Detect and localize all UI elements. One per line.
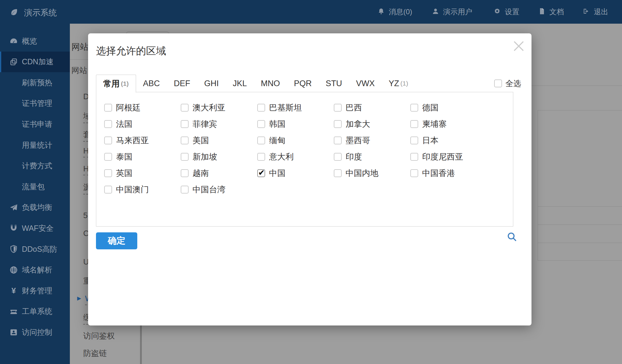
region-checkbox[interactable]	[257, 120, 265, 128]
region-option-中国[interactable]: ✔中国	[257, 165, 334, 181]
select-all[interactable]: 全选	[494, 75, 521, 92]
region-option-印度尼西亚[interactable]: 印度尼西亚	[410, 149, 487, 165]
topbar: 演示系统 消息(0)演示用户设置文档退出	[0, 0, 622, 24]
region-checkbox[interactable]	[410, 104, 418, 112]
sidebar-item-工单系统[interactable]: 工单系统	[0, 301, 70, 322]
region-option-中国香港[interactable]: 中国香港	[410, 165, 487, 181]
topbar-item-1[interactable]: 演示用户	[432, 0, 472, 24]
region-checkbox[interactable]	[181, 120, 189, 128]
region-option-马来西亚[interactable]: 马来西亚	[104, 132, 181, 149]
region-option-中国澳门[interactable]: 中国澳门	[104, 181, 181, 198]
region-checkbox[interactable]	[334, 153, 342, 161]
sidebar-item-刷新预热[interactable]: 刷新预热	[0, 72, 70, 93]
region-option-缅甸[interactable]: 缅甸	[257, 132, 334, 149]
region-option-柬埔寨[interactable]: 柬埔寨	[410, 116, 487, 132]
sidebar-item-负载均衡[interactable]: 负载均衡	[0, 197, 70, 218]
region-checkbox[interactable]: ✔	[257, 169, 265, 177]
tab-YZ[interactable]: YZ(1)	[382, 75, 415, 92]
region-option-德国[interactable]: 德国	[410, 99, 487, 116]
region-option-意大利[interactable]: 意大利	[257, 149, 334, 165]
region-option-印度[interactable]: 印度	[334, 149, 410, 165]
region-label: 泰国	[116, 151, 132, 162]
sidebar-item-计费方式[interactable]: 计费方式	[0, 156, 70, 176]
region-label: 巴西	[346, 102, 362, 113]
region-option-巴西[interactable]: 巴西	[334, 99, 410, 116]
tab-VWX[interactable]: VWX	[349, 75, 382, 92]
region-option-菲律宾[interactable]: 菲律宾	[181, 116, 257, 132]
region-checkbox[interactable]	[104, 120, 112, 128]
region-checkbox[interactable]	[334, 120, 342, 128]
sidebar-item-证书申请[interactable]: 证书申请	[0, 114, 70, 134]
select-all-checkbox[interactable]	[494, 79, 502, 87]
sidebar-item-访问控制[interactable]: 访问控制	[0, 322, 70, 342]
region-checkbox[interactable]	[257, 153, 265, 161]
region-label: 澳大利亚	[193, 102, 225, 113]
tab-label: 常用	[103, 78, 120, 89]
region-option-泰国[interactable]: 泰国	[104, 149, 181, 165]
region-checkbox[interactable]	[181, 104, 189, 112]
region-label: 缅甸	[269, 135, 285, 146]
tab-GHI[interactable]: GHI	[197, 75, 226, 92]
tab-JKL[interactable]: JKL	[226, 75, 254, 92]
region-label: 意大利	[269, 151, 294, 162]
region-checkbox[interactable]	[104, 153, 112, 161]
topbar-item-3[interactable]: 文档	[538, 0, 564, 24]
region-checkbox[interactable]	[334, 169, 342, 177]
sidebar-item-用量统计[interactable]: 用量统计	[0, 135, 70, 155]
region-checkbox[interactable]	[410, 169, 418, 177]
tab-常用[interactable]: 常用(1)	[96, 75, 136, 93]
region-option-巴基斯坦[interactable]: 巴基斯坦	[257, 99, 334, 116]
confirm-button[interactable]: 确定	[96, 232, 137, 249]
region-checkbox[interactable]	[181, 136, 189, 144]
region-checkbox[interactable]	[257, 136, 265, 144]
region-checkbox[interactable]	[410, 136, 418, 144]
sidebar-item-流量包[interactable]: 流量包	[0, 176, 70, 197]
region-checkbox[interactable]	[410, 120, 418, 128]
region-checkbox[interactable]	[104, 136, 112, 144]
topbar-item-4[interactable]: 退出	[583, 0, 608, 24]
region-checkbox[interactable]	[334, 136, 342, 144]
topbar-item-0[interactable]: 消息(0)	[378, 0, 412, 24]
sidebar-item-财务管理[interactable]: ¥财务管理	[0, 280, 70, 301]
region-option-韩国[interactable]: 韩国	[257, 116, 334, 132]
region-option-阿根廷[interactable]: 阿根廷	[104, 99, 181, 116]
sidebar-item-概览[interactable]: 概览	[0, 31, 70, 51]
sidebar-item-DDoS高防[interactable]: DDoS高防	[0, 239, 70, 259]
region-label: 阿根廷	[116, 102, 141, 113]
tab-STU[interactable]: STU	[319, 75, 349, 92]
region-option-日本[interactable]: 日本	[410, 132, 487, 149]
region-option-中国内地[interactable]: 中国内地	[334, 165, 410, 181]
sidebar-item-WAF安全[interactable]: WAF安全	[0, 218, 70, 238]
region-checkbox[interactable]	[104, 104, 112, 112]
tab-MNO[interactable]: MNO	[254, 75, 287, 92]
region-option-澳大利亚[interactable]: 澳大利亚	[181, 99, 257, 116]
search-icon[interactable]	[506, 231, 518, 243]
region-option-新加坡[interactable]: 新加坡	[181, 149, 257, 165]
region-option-中国台湾[interactable]: 中国台湾	[181, 181, 257, 198]
tab-DEF[interactable]: DEF	[167, 75, 197, 92]
region-option-加拿大[interactable]: 加拿大	[334, 116, 410, 132]
region-option-越南[interactable]: 越南	[181, 165, 257, 181]
region-option-法国[interactable]: 法国	[104, 116, 181, 132]
region-checkbox[interactable]	[181, 153, 189, 161]
region-checkbox[interactable]	[334, 104, 342, 112]
tab-ABC[interactable]: ABC	[136, 75, 167, 92]
sidebar-item-CDN加速[interactable]: CDN加速	[0, 52, 70, 72]
region-checkbox[interactable]	[104, 169, 112, 177]
region-option-墨西哥[interactable]: 墨西哥	[334, 132, 410, 149]
region-label: 美国	[193, 135, 209, 146]
topbar-item-label: 文档	[549, 7, 564, 17]
close-icon[interactable]	[511, 38, 527, 54]
region-checkbox[interactable]	[181, 169, 189, 177]
sidebar-item-证书管理[interactable]: 证书管理	[0, 93, 70, 114]
topbar-item-2[interactable]: 设置	[494, 0, 519, 24]
region-option-美国[interactable]: 美国	[181, 132, 257, 149]
region-checkbox[interactable]	[181, 186, 189, 194]
region-checkbox[interactable]	[104, 186, 112, 194]
region-checkbox[interactable]	[257, 104, 265, 112]
region-option-英国[interactable]: 英国	[104, 165, 181, 181]
sidebar-item-域名解析[interactable]: 域名解析	[0, 260, 70, 280]
tab-PQR[interactable]: PQR	[287, 75, 319, 92]
region-checkbox[interactable]	[410, 153, 418, 161]
tab-label: STU	[326, 79, 342, 88]
